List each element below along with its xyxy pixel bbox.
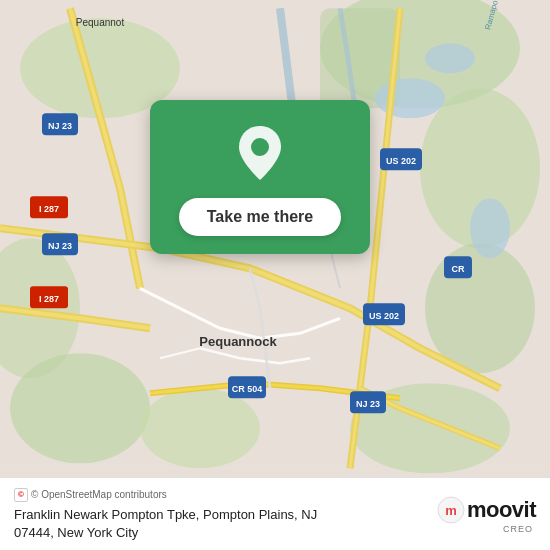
moovit-text: moovit [467,497,536,523]
svg-text:NJ 23: NJ 23 [48,241,72,251]
location-pin-icon [235,124,285,182]
info-left: © © OpenStreetMap contributors Franklin … [14,488,423,542]
moovit-icon: m [437,496,465,524]
svg-text:I 287: I 287 [39,294,59,304]
map-area: NJ 23 NJ 23 I 287 I 287 US 202 US 202 CR… [0,0,550,477]
svg-text:m: m [445,503,457,518]
address-text: Franklin Newark Pompton Tpke, Pompton Pl… [14,506,423,542]
svg-point-34 [251,138,269,156]
svg-point-12 [470,198,510,258]
address-line1: Franklin Newark Pompton Tpke, Pompton Pl… [14,507,317,522]
info-bar: © © OpenStreetMap contributors Franklin … [0,477,550,550]
svg-text:Pequannot: Pequannot [76,17,125,28]
osm-attribution: © © OpenStreetMap contributors [14,488,423,502]
svg-point-8 [140,388,260,468]
svg-point-10 [375,78,445,118]
svg-text:US 202: US 202 [386,156,416,166]
svg-point-4 [425,243,535,373]
svg-text:I 287: I 287 [39,204,59,214]
svg-point-6 [10,353,150,463]
svg-point-11 [425,43,475,73]
svg-text:CR 504: CR 504 [232,384,263,394]
take-me-there-button[interactable]: Take me there [179,198,341,236]
svg-text:Pequannock: Pequannock [199,334,277,349]
osm-logo: © [14,488,28,502]
svg-text:NJ 23: NJ 23 [356,399,380,409]
moovit-logo: m moovit CREO [437,496,536,534]
svg-text:NJ 23: NJ 23 [48,121,72,131]
address-line2: 07444, New York City [14,525,138,540]
take-me-card: Take me there [150,100,370,254]
svg-text:US 202: US 202 [369,311,399,321]
attribution-text: © OpenStreetMap contributors [31,489,167,500]
moovit-creo: CREO [503,524,533,534]
app-container: NJ 23 NJ 23 I 287 I 287 US 202 US 202 CR… [0,0,550,550]
moovit-wordmark: m moovit [437,496,536,524]
svg-text:CR: CR [452,264,465,274]
